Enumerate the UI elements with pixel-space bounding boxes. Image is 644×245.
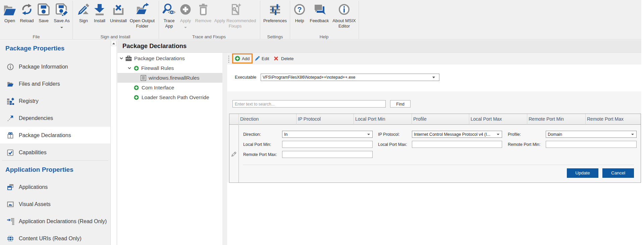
svg-text:?: ? (297, 5, 302, 14)
